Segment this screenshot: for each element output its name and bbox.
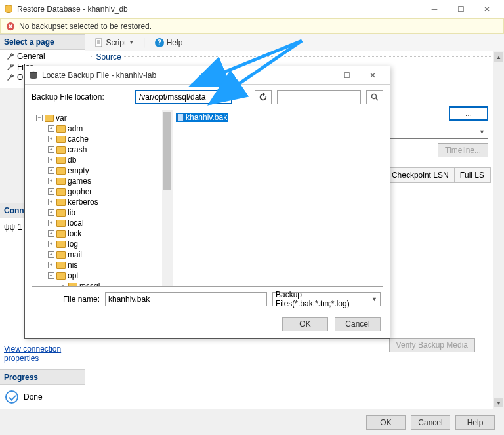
main-vertical-scrollbar[interactable]: ▲ ▼ [494,51,504,409]
expand-icon[interactable]: + [48,209,54,216]
cancel-button[interactable]: Cancel [411,415,450,430]
close-button[interactable]: ✕ [474,1,500,17]
page-label: O [17,73,23,82]
tree-node-label: nis [68,260,77,270]
ok-button[interactable]: OK [366,415,406,430]
done-check-icon [5,390,18,404]
help-icon: ? [155,38,164,47]
file-item-selected[interactable]: khanhlv.bak [176,113,228,122]
expand-icon[interactable]: + [48,230,54,237]
expand-icon[interactable]: + [48,199,54,205]
expand-icon[interactable]: + [48,125,54,132]
main-toolbar: Script ▼ │ ? Help [85,34,504,51]
progress-status: Done [24,392,43,402]
filter-label: Backup Files(*.bak;*.tm;*.log) [276,290,377,308]
scroll-down-icon[interactable]: ▼ [494,398,503,407]
tree-node-label: empty [68,166,89,175]
refresh-button[interactable] [255,90,272,104]
help-button[interactable]: Help [455,415,495,430]
expand-icon[interactable]: + [48,262,54,268]
expand-icon[interactable]: + [48,136,54,142]
wrench-icon [7,73,14,81]
svg-rect-4 [96,39,102,47]
error-icon [6,22,15,31]
folder-icon [56,220,66,227]
folder-icon [56,178,66,185]
maximize-button[interactable]: ☐ [448,1,474,17]
progress-header: Progress [0,369,85,385]
tree-node-label: lock [68,229,81,238]
tree-node-label: log [68,239,78,249]
wrench-icon [7,63,14,71]
help-label: Help [167,38,183,47]
folder-icon [56,136,66,143]
modal-ok-button[interactable]: OK [282,317,328,331]
expand-icon[interactable]: + [48,188,54,195]
folder-icon [56,241,66,248]
wrench-icon [7,52,14,60]
script-button[interactable]: Script ▼ [91,37,138,49]
location-row: Backup File location: /var/opt/mssql/dat… [32,90,383,104]
ellipsis-label: ... [465,109,472,118]
expand-icon[interactable]: + [48,146,54,153]
chevron-down-icon: ▼ [371,296,377,302]
expand-icon[interactable]: + [48,167,54,174]
folder-icon [56,157,66,164]
search-button[interactable] [366,90,383,104]
page-general[interactable]: General [3,51,85,62]
database-icon [4,5,13,14]
expand-icon[interactable]: + [48,178,54,184]
file-filter-combo[interactable]: Backup Files(*.bak;*.tm;*.log) ▼ [272,292,381,306]
expand-icon[interactable]: + [48,241,54,247]
help-button[interactable]: ? Help [151,37,187,49]
modal-close-button[interactable]: ✕ [360,68,386,83]
folder-icon [56,230,66,238]
modal-body: Backup File location: /var/opt/mssql/dat… [25,85,390,312]
filename-input[interactable] [105,292,267,306]
file-item-label: khanhlv.bak [186,113,227,122]
tree-node-label: local [68,218,84,228]
page-label: General [17,52,45,61]
timeline-button[interactable]: Timeline... [438,143,488,157]
modal-cancel-button[interactable]: Cancel [335,317,381,331]
svg-point-6 [372,94,377,99]
folder-icon [56,188,66,196]
scroll-up-icon[interactable]: ▲ [494,52,503,62]
tree-node-label: db [68,155,76,165]
view-connection-properties-link[interactable]: View connection properties [4,344,61,363]
expand-icon[interactable]: + [48,220,54,226]
collapse-icon[interactable]: − [48,272,54,279]
modal-maximize-button[interactable]: ☐ [333,68,360,83]
tree-node-label: cache [68,135,89,144]
folder-icon [56,251,66,259]
database-icon [29,71,38,80]
folder-icon [56,262,66,269]
folder-tree[interactable]: −var +adm +cache +crash +db +empty +game… [32,110,173,286]
folder-icon [56,167,66,175]
folder-icon [68,283,77,287]
refresh-icon [259,93,268,102]
file-list[interactable]: khanhlv.bak [173,110,383,286]
tree-node-label: var [56,114,67,123]
collapse-icon[interactable]: − [60,283,66,286]
tree-node-label: opt [68,271,79,280]
backup-location-input[interactable]: /var/opt/mssql/data [135,90,232,104]
source-label: Source [94,52,123,62]
browse-device-button[interactable]: ... [449,106,488,121]
file-browser: −var +adm +cache +crash +db +empty +game… [32,110,383,287]
locate-backup-file-dialog: Locate Backup File - khanhlv-lab ☐ ✕ Bac… [24,66,390,339]
tree-scrollbar[interactable] [162,110,173,286]
expand-icon[interactable]: + [48,157,54,163]
tree-node-label: mssql [79,281,100,286]
svg-line-7 [376,98,378,100]
tree-node-label: kerberos [68,197,98,207]
expand-icon[interactable]: + [48,251,54,258]
search-icon [371,93,379,101]
verify-backup-media-button[interactable]: Verify Backup Media [389,338,475,352]
modal-title: Locate Backup File - khanhlv-lab [42,71,156,80]
collapse-icon[interactable]: − [36,115,43,121]
search-input[interactable] [277,90,361,104]
modal-footer: OK Cancel [25,312,390,338]
tree-node-label: games [68,176,91,186]
minimize-button[interactable]: ─ [421,1,448,17]
